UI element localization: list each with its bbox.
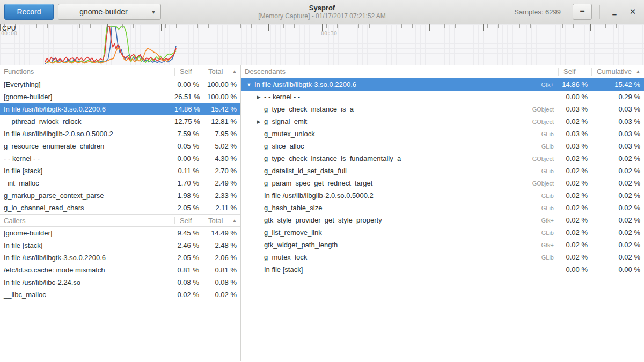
functions-table-header: Functions Self Total ▲: [0, 65, 240, 78]
table-row[interactable]: ▼ In file /usr/lib/libgtk-3.so.0.2200.6 …: [241, 78, 644, 91]
total-value: 2.11 %: [203, 204, 240, 212]
table-row[interactable]: g_mutex_unlock GLib 0.03 % 0.03 %: [241, 128, 644, 140]
record-button[interactable]: Record: [4, 4, 54, 20]
table-row[interactable]: ▶ g_signal_emit GObject 0.02 % 0.03 %: [241, 115, 644, 128]
time-label-start: 00:00: [1, 31, 17, 36]
table-row[interactable]: g_slice_alloc GLib 0.03 % 0.03 %: [241, 140, 644, 152]
table-row[interactable]: [gnome-builder] 9.45 % 14.49 %: [0, 227, 240, 239]
function-name: g_mutex_lock: [264, 253, 307, 261]
table-row[interactable]: [gnome-builder] 26.51 % 100.00 %: [0, 91, 240, 103]
total-value: 2.48 %: [203, 241, 240, 249]
column-header-total[interactable]: Total ▲: [203, 215, 240, 226]
library-tag: Gtk+: [541, 242, 558, 248]
total-value: 2.49 %: [203, 179, 240, 187]
column-header-callers[interactable]: Callers: [0, 215, 174, 226]
table-row[interactable]: g_io_channel_read_chars 2.05 % 2.11 %: [0, 202, 240, 214]
column-header-self[interactable]: Self: [558, 65, 591, 78]
sort-arrow-icon: ▲: [232, 218, 237, 223]
table-row[interactable]: g_resource_enumerate_children 0.05 % 5.0…: [0, 140, 240, 152]
table-row[interactable]: ▶ - - kernel - - 0.00 % 0.29 %: [241, 91, 644, 103]
self-value: 0.02 %: [558, 191, 591, 200]
table-row[interactable]: g_mutex_lock GLib 0.02 % 0.02 %: [241, 251, 644, 263]
close-button[interactable]: ✕: [626, 4, 640, 20]
function-name: g_resource_enumerate_children: [0, 142, 174, 150]
library-tag: GLib: [541, 193, 558, 199]
main-area: Functions Self Total ▲ [Everything] 0.00…: [0, 65, 644, 361]
function-name: In file /usr/lib/libc-2.24.so: [0, 278, 174, 286]
function-name: In file [stack]: [0, 241, 174, 249]
table-row[interactable]: __libc_malloc 0.02 % 0.02 %: [0, 289, 240, 301]
cumulative-value: 15.42 %: [591, 80, 644, 88]
function-name: In file /usr/lib/libglib-2.0.so.0.5000.2: [264, 191, 374, 200]
cumulative-value: 0.02 %: [591, 191, 644, 200]
table-row[interactable]: [Everything] 0.00 % 100.00 %: [0, 78, 240, 91]
table-row[interactable]: In file [stack] 0.11 % 2.70 %: [0, 165, 240, 177]
target-process-dropdown[interactable]: gnome-builder ▾: [58, 4, 161, 20]
column-header-self[interactable]: Self: [174, 65, 203, 78]
right-panel: Descendants Self Cumulative ▲ ▼ In file …: [241, 65, 644, 361]
table-row[interactable]: In file /usr/lib/libglib-2.0.so.0.5000.2…: [0, 128, 240, 140]
library-tag: GObject: [532, 106, 558, 113]
expander-icon[interactable]: ▶: [255, 94, 262, 100]
table-row[interactable]: In file /usr/lib/libgtk-3.so.0.2200.6 14…: [0, 103, 240, 115]
column-header-descendants[interactable]: Descendants: [241, 65, 558, 78]
sort-arrow-icon: ▲: [232, 69, 237, 74]
left-panel: Functions Self Total ▲ [Everything] 0.00…: [0, 65, 241, 361]
cumulative-value: 0.02 %: [591, 179, 644, 187]
self-value: 0.81 %: [174, 266, 203, 274]
library-tag: GLib: [541, 230, 558, 236]
function-name: In file [stack]: [0, 167, 174, 175]
function-name: - - kernel - -: [0, 154, 174, 162]
table-row[interactable]: g_hash_table_size GLib 0.02 % 0.02 %: [241, 202, 644, 214]
library-tag: GLib: [541, 131, 558, 137]
table-row[interactable]: /etc/ld.so.cache: inode mismatch 0.81 % …: [0, 264, 240, 276]
self-value: 0.00 %: [174, 80, 203, 88]
table-row[interactable]: g_type_check_instance_is_a GObject 0.03 …: [241, 103, 644, 115]
column-header-functions[interactable]: Functions: [0, 65, 174, 78]
column-header-self[interactable]: Self: [174, 215, 203, 226]
column-header-total[interactable]: Total ▲: [203, 65, 240, 78]
total-value: 100.00 %: [203, 80, 240, 88]
table-row[interactable]: g_list_remove_link GLib 0.02 % 0.02 %: [241, 226, 644, 239]
total-value: 7.95 %: [203, 130, 240, 138]
self-value: 0.03 %: [558, 130, 591, 138]
table-row[interactable]: g_param_spec_get_redirect_target GObject…: [241, 177, 644, 189]
function-name: g_param_spec_get_redirect_target: [264, 179, 372, 187]
cumulative-value: 0.02 %: [591, 204, 644, 212]
self-value: 1.70 %: [174, 179, 203, 187]
expander-icon[interactable]: ▶: [255, 119, 262, 124]
library-tag: GLib: [541, 205, 558, 211]
self-value: 0.02 %: [558, 179, 591, 187]
table-row[interactable]: gtk_style_provider_get_style_property Gt…: [241, 214, 644, 226]
table-row[interactable]: gtk_widget_path_length Gtk+ 0.02 % 0.02 …: [241, 239, 644, 251]
table-row[interactable]: g_markup_parse_context_parse 1.98 % 2.33…: [0, 189, 240, 202]
self-value: 0.02 %: [558, 216, 591, 224]
table-row[interactable]: In file /usr/lib/libglib-2.0.so.0.5000.2…: [241, 189, 644, 202]
self-value: 14.86 %: [174, 105, 203, 113]
descendants-table: ▼ In file /usr/lib/libgtk-3.so.0.2200.6 …: [241, 78, 644, 276]
table-row[interactable]: g_type_check_instance_is_fundamentally_a…: [241, 152, 644, 165]
table-row[interactable]: In file /usr/lib/libc-2.24.so 0.08 % 0.0…: [0, 276, 240, 289]
hamburger-icon: ≡: [580, 7, 584, 17]
self-value: 0.03 %: [558, 105, 591, 113]
cpu-graph[interactable]: CPU 00:00 00:30: [0, 24, 644, 65]
menu-button[interactable]: ≡: [573, 4, 592, 20]
total-value: 4.30 %: [203, 154, 240, 162]
table-row[interactable]: _int_malloc 1.70 % 2.49 %: [0, 177, 240, 189]
table-row[interactable]: In file [stack] 2.46 % 2.48 %: [0, 239, 240, 252]
function-name: [Everything]: [0, 80, 174, 88]
self-value: 0.00 %: [558, 93, 591, 101]
expander-icon[interactable]: ▼: [245, 82, 253, 87]
table-row[interactable]: In file [stack] 0.00 % 0.00 %: [241, 263, 644, 276]
table-row[interactable]: - - kernel - - 0.00 % 4.30 %: [0, 152, 240, 165]
minimize-button[interactable]: –: [608, 4, 621, 20]
function-name: __pthread_rwlock_rdlock: [0, 117, 174, 125]
column-header-cumulative[interactable]: Cumulative ▲: [591, 65, 644, 78]
cumulative-value: 0.00 %: [591, 265, 644, 274]
table-row[interactable]: g_datalist_id_set_data_full GLib 0.02 % …: [241, 165, 644, 177]
chevron-down-icon: ▾: [152, 8, 155, 16]
table-row[interactable]: In file /usr/lib/libgtk-3.so.0.2200.6 2.…: [0, 252, 240, 264]
cpu-orange-line: [46, 48, 176, 63]
table-row[interactable]: __pthread_rwlock_rdlock 12.75 % 12.81 %: [0, 115, 240, 128]
self-value: 0.11 %: [174, 167, 203, 175]
